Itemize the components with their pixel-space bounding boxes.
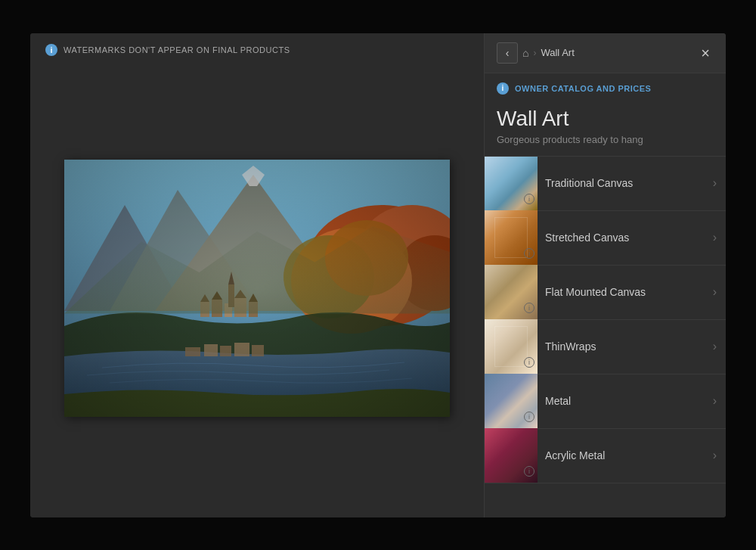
right-panel: ‹ ⌂ › Wall Art i OWNER CATALOG AND PRICE…: [484, 33, 726, 517]
watermark-notice-bar: i WATERMARKS DON'T APPEAR ON FINAL PRODU…: [30, 33, 484, 67]
category-info-dot[interactable]: i: [524, 357, 534, 368]
chevron-right-icon: ›: [713, 340, 717, 353]
left-panel: i WATERMARKS DON'T APPEAR ON FINAL PRODU…: [30, 33, 484, 517]
category-info: Metal: [538, 394, 713, 408]
category-name: ThinWraps: [545, 340, 596, 353]
category-name: Flat Mounted Canvas: [545, 286, 646, 298]
breadcrumb-current: Wall Art: [541, 47, 574, 58]
catalog-link[interactable]: i OWNER CATALOG AND PRICES: [485, 73, 726, 99]
category-info-dot[interactable]: i: [524, 194, 534, 204]
image-area: [30, 67, 484, 517]
category-info: Flat Mounted Canvas: [538, 285, 713, 299]
panel-header: Wall Art Gorgeous products ready to hang: [485, 99, 726, 150]
category-info-dot[interactable]: i: [524, 466, 534, 477]
chevron-right-icon: ›: [713, 176, 717, 190]
thumb-inner: [494, 326, 528, 367]
category-item-stretched-canvas[interactable]: Stretched Canvas i ›: [485, 211, 726, 266]
category-item-flat-mounted-canvas[interactable]: Flat Mounted Canvas i ›: [485, 266, 726, 320]
chevron-right-icon: ›: [713, 394, 717, 408]
category-info: Acrylic Metal: [538, 449, 713, 462]
category-info-dot[interactable]: i: [524, 303, 534, 313]
svg-rect-16: [228, 284, 234, 307]
category-info-dot[interactable]: i: [524, 412, 534, 422]
svg-marker-21: [249, 294, 258, 302]
modal-overlay: × i WATERMARKS DON'T APPEAR ON FINAL PRO…: [0, 0, 756, 550]
svg-marker-17: [228, 272, 234, 284]
category-info-dot[interactable]: i: [524, 248, 534, 259]
category-item-thinwraps[interactable]: ThinWraps i ›: [485, 320, 726, 374]
back-button[interactable]: ‹: [497, 42, 518, 64]
product-preview-image: [64, 160, 450, 417]
close-button[interactable]: ×: [694, 42, 717, 65]
category-item-metal[interactable]: Metal i ›: [485, 374, 726, 429]
category-item-acrylic-metal[interactable]: Acrylic Metal i ›: [485, 429, 726, 483]
svg-marker-20: [234, 290, 246, 298]
watermark-text: WATERMARKS DON'T APPEAR ON FINAL PRODUCT…: [64, 45, 290, 54]
svg-marker-19: [212, 291, 222, 300]
breadcrumb-bar: ‹ ⌂ › Wall Art: [485, 33, 726, 73]
chevron-right-icon: ›: [713, 449, 717, 462]
breadcrumb-separator: ›: [533, 48, 536, 58]
svg-rect-27: [64, 160, 450, 417]
home-icon[interactable]: ⌂: [522, 47, 528, 59]
category-name: Acrylic Metal: [545, 449, 605, 461]
catalog-link-text: OWNER CATALOG AND PRICES: [515, 84, 651, 93]
category-info: Traditional Canvas: [538, 176, 713, 190]
panel-title: Wall Art: [497, 107, 714, 131]
chevron-right-icon: ›: [713, 285, 717, 299]
modal: × i WATERMARKS DON'T APPEAR ON FINAL PRO…: [30, 33, 726, 517]
info-icon: i: [45, 44, 57, 56]
category-info: ThinWraps: [538, 340, 713, 353]
category-list: Traditional Canvas i › Stretched Canvas …: [485, 156, 726, 517]
category-name: Metal: [545, 395, 571, 407]
svg-marker-18: [200, 294, 209, 302]
category-name: Traditional Canvas: [545, 177, 633, 189]
chevron-right-icon: ›: [713, 231, 717, 244]
scene-svg: [64, 160, 450, 417]
category-info: Stretched Canvas: [538, 231, 713, 244]
catalog-info-icon: i: [497, 82, 509, 95]
thumb-inner: [494, 217, 528, 258]
panel-subtitle: Gorgeous products ready to hang: [497, 134, 714, 145]
category-name: Stretched Canvas: [545, 231, 629, 244]
category-item-traditional-canvas[interactable]: Traditional Canvas i ›: [485, 157, 726, 211]
